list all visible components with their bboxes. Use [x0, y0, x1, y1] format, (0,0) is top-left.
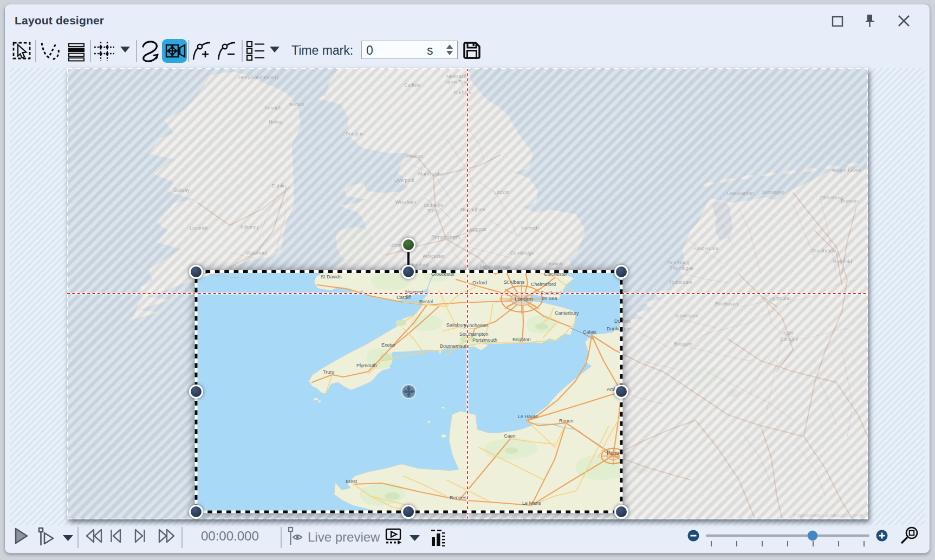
svg-text:Live preview: Live preview	[308, 530, 380, 544]
svg-text:00:00.000: 00:00.000	[201, 529, 259, 543]
